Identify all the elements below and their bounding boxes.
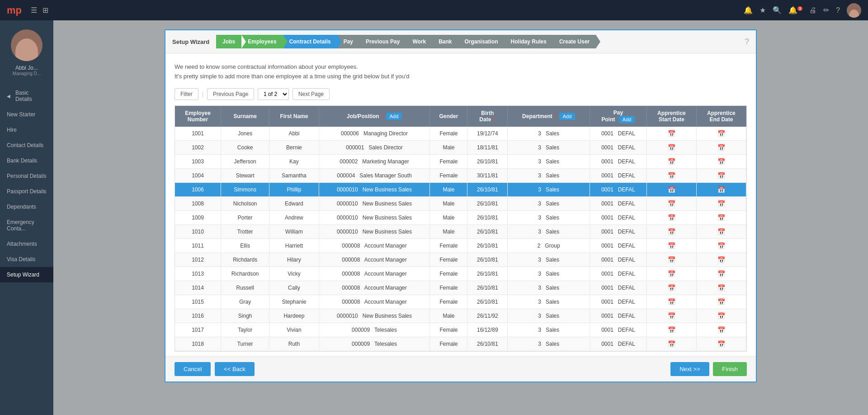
calendar-start-icon[interactable]: 📅: [668, 130, 675, 137]
calendar-start-icon[interactable]: 📅: [668, 200, 675, 207]
sidebar-item-bank-details[interactable]: Bank Details: [0, 153, 53, 168]
cell-apprentice-end[interactable]: 📅: [696, 127, 746, 141]
add-department-button[interactable]: Add: [559, 113, 576, 120]
filter-button[interactable]: Filter: [175, 88, 198, 100]
table-row[interactable]: 1001 Jones Abbi 000006 Managing Director…: [175, 127, 746, 141]
cell-apprentice-start[interactable]: 📅: [646, 281, 696, 295]
calendar-end-icon[interactable]: 📅: [717, 158, 725, 165]
calendar-end-icon[interactable]: 📅: [717, 312, 725, 320]
add-pay-point-button[interactable]: Add: [619, 116, 635, 123]
calendar-start-icon[interactable]: 📅: [668, 326, 675, 334]
sidebar-item-emergency-contact[interactable]: Emergency Conta...: [0, 215, 53, 236]
add-job-position-button[interactable]: Add: [386, 113, 402, 120]
cell-apprentice-start[interactable]: 📅: [646, 196, 696, 210]
sidebar-item-basic-details[interactable]: ◀ Basic Details: [0, 85, 53, 107]
sidebar-item-dependants[interactable]: Dependants: [0, 199, 53, 215]
wizard-step-pay[interactable]: Pay: [337, 35, 359, 48]
table-row[interactable]: 1009 Porter Andrew 0000010 New Business …: [175, 210, 746, 224]
cell-apprentice-end[interactable]: 📅: [696, 309, 746, 323]
cell-apprentice-end[interactable]: 📅: [696, 168, 746, 182]
cell-apprentice-end[interactable]: 📅: [696, 323, 746, 337]
calendar-end-icon[interactable]: 📅: [717, 242, 725, 249]
cell-apprentice-start[interactable]: 📅: [646, 267, 696, 281]
table-row[interactable]: 1010 Trotter William 0000010 New Busines…: [175, 224, 746, 239]
cell-apprentice-start[interactable]: 📅: [646, 182, 696, 196]
cell-apprentice-start[interactable]: 📅: [646, 127, 696, 141]
calendar-start-icon[interactable]: 📅: [668, 298, 675, 305]
calendar-end-icon[interactable]: 📅: [717, 256, 725, 263]
table-row[interactable]: 1015 Gray Stephanie 000008 Account Manag…: [175, 295, 746, 309]
calendar-end-icon[interactable]: 📅: [717, 130, 725, 137]
wizard-step-previous-pay[interactable]: Previous Pay: [359, 35, 406, 48]
cell-apprentice-end[interactable]: 📅: [696, 239, 746, 253]
notifications-icon[interactable]: 🔔: [744, 6, 753, 14]
table-row[interactable]: 1008 Nicholson Edward 0000010 New Busine…: [175, 196, 746, 210]
sidebar-item-attachments[interactable]: Attachments: [0, 236, 53, 252]
cell-apprentice-start[interactable]: 📅: [646, 168, 696, 182]
sidebar-item-hire[interactable]: Hire: [0, 122, 53, 138]
cell-apprentice-start[interactable]: 📅: [646, 210, 696, 224]
table-row[interactable]: 1017 Taylor Vivian 000009 Telesales Fema…: [175, 323, 746, 337]
next-button[interactable]: Next >>: [670, 362, 709, 376]
calendar-end-icon[interactable]: 📅: [717, 298, 725, 305]
cell-apprentice-start[interactable]: 📅: [646, 309, 696, 323]
calendar-start-icon[interactable]: 📅: [668, 158, 675, 165]
cell-apprentice-start[interactable]: 📅: [646, 323, 696, 337]
finish-button[interactable]: Finish: [713, 362, 747, 376]
cell-apprentice-start[interactable]: 📅: [646, 239, 696, 253]
table-row[interactable]: 1011 Ellis Harriett 000008 Account Manag…: [175, 239, 746, 253]
calendar-end-icon[interactable]: 📅: [717, 144, 725, 151]
calendar-start-icon[interactable]: 📅: [668, 284, 675, 291]
alerts-icon[interactable]: 🔔3: [788, 6, 802, 14]
cell-apprentice-end[interactable]: 📅: [696, 224, 746, 239]
page-select[interactable]: 1 of 2 2 of 2: [258, 88, 289, 100]
cell-apprentice-end[interactable]: 📅: [696, 253, 746, 267]
table-row[interactable]: 1016 Singh Hardeep 0000010 New Business …: [175, 309, 746, 323]
table-row[interactable]: 1014 Russell Cally 000008 Account Manage…: [175, 281, 746, 295]
wizard-help-icon[interactable]: ?: [745, 37, 749, 47]
next-page-button[interactable]: Next Page: [292, 88, 330, 100]
previous-page-button[interactable]: Previous Page: [207, 88, 254, 100]
cell-apprentice-end[interactable]: 📅: [696, 140, 746, 154]
calendar-end-icon[interactable]: 📅: [717, 326, 725, 334]
wizard-step-bank[interactable]: Bank: [432, 35, 458, 48]
cell-apprentice-start[interactable]: 📅: [646, 295, 696, 309]
wizard-step-holiday-rules[interactable]: Holiday Rules: [505, 35, 553, 48]
wizard-step-organisation[interactable]: Organisation: [458, 35, 505, 48]
calendar-start-icon[interactable]: 📅: [668, 270, 675, 277]
wizard-step-create-user[interactable]: Create User: [553, 35, 596, 48]
table-row[interactable]: 1004 Stewart Samantha 000004 Sales Manag…: [175, 168, 746, 182]
calendar-end-icon[interactable]: 📅: [717, 340, 725, 348]
cell-apprentice-end[interactable]: 📅: [696, 337, 746, 351]
cell-apprentice-end[interactable]: 📅: [696, 267, 746, 281]
calendar-start-icon[interactable]: 📅: [668, 312, 675, 320]
calendar-start-icon[interactable]: 📅: [668, 214, 675, 221]
edit-icon[interactable]: ✏: [823, 6, 829, 14]
calendar-start-icon[interactable]: 📅: [668, 340, 675, 348]
wizard-step-employees[interactable]: Employees: [241, 35, 283, 48]
cancel-button[interactable]: Cancel: [175, 362, 211, 376]
favorites-icon[interactable]: ★: [760, 6, 766, 14]
table-row[interactable]: 1013 Richardson Vicky 000008 Account Man…: [175, 267, 746, 281]
calendar-end-icon[interactable]: 📅: [717, 186, 725, 193]
sidebar-item-new-starter[interactable]: New Starter: [0, 107, 53, 122]
table-row[interactable]: 1002 Cooke Bernie 000001 Sales Director …: [175, 140, 746, 154]
cell-apprentice-start[interactable]: 📅: [646, 154, 696, 168]
wizard-step-contract-details[interactable]: Contract Details: [283, 35, 337, 48]
calendar-end-icon[interactable]: 📅: [717, 172, 725, 179]
cell-apprentice-end[interactable]: 📅: [696, 295, 746, 309]
help-icon[interactable]: ?: [836, 6, 840, 14]
calendar-start-icon[interactable]: 📅: [668, 228, 675, 235]
table-row[interactable]: 1012 Richdards Hilary 000008 Account Man…: [175, 253, 746, 267]
wizard-step-work[interactable]: Work: [406, 35, 432, 48]
calendar-start-icon[interactable]: 📅: [668, 242, 675, 249]
cell-apprentice-end[interactable]: 📅: [696, 182, 746, 196]
sidebar-item-contact-details[interactable]: Contact Details: [0, 138, 53, 153]
calendar-start-icon[interactable]: 📅: [668, 186, 675, 193]
calendar-start-icon[interactable]: 📅: [668, 256, 675, 263]
cell-apprentice-end[interactable]: 📅: [696, 210, 746, 224]
sidebar-item-passport-details[interactable]: Passport Details: [0, 184, 53, 199]
table-row[interactable]: 1003 Jefferson Kay 000002 Marketing Mana…: [175, 154, 746, 168]
print-icon[interactable]: 🖨: [809, 6, 816, 14]
cell-apprentice-start[interactable]: 📅: [646, 224, 696, 239]
